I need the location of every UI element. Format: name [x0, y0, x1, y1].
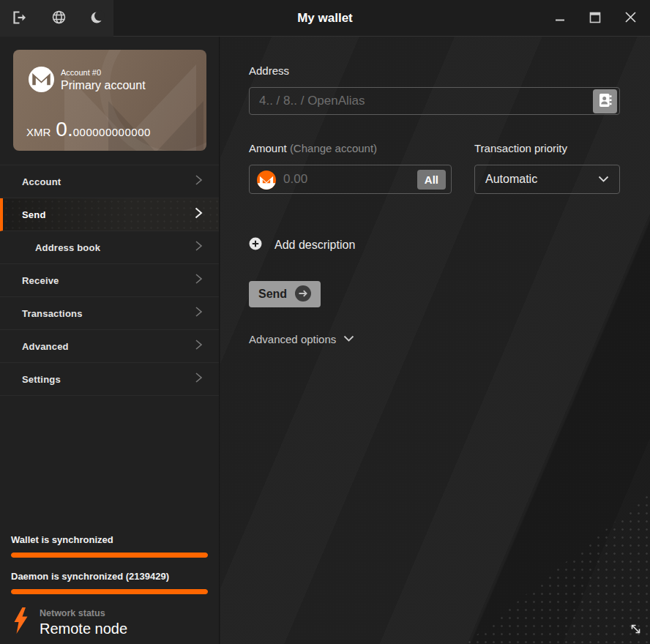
- address-input[interactable]: [250, 88, 619, 114]
- sidebar-item-label: Advanced: [22, 341, 195, 352]
- sidebar-item-label: Transactions: [22, 308, 195, 319]
- wallet-sync-progress-fill: [11, 553, 208, 558]
- monero-logo-icon: [29, 67, 54, 92]
- sidebar-item-account[interactable]: Account: [0, 165, 219, 198]
- address-label: Address: [249, 64, 620, 77]
- account-number: Account #0: [61, 68, 146, 77]
- amount-all-button[interactable]: All: [417, 170, 446, 190]
- chevron-right-icon: [195, 306, 203, 321]
- balance-whole: 0.: [56, 118, 72, 141]
- theme-toggle-button[interactable]: [89, 9, 106, 29]
- maximize-button[interactable]: [583, 6, 608, 31]
- sidebar-item-label: Settings: [22, 374, 195, 385]
- arrow-right-circle-icon: [295, 285, 311, 304]
- logout-button[interactable]: [10, 9, 29, 29]
- minimize-button[interactable]: [548, 6, 572, 31]
- priority-selected-value: Automatic: [485, 173, 537, 186]
- balance: XMR 0. 000000000000: [26, 118, 151, 141]
- daemon-sync-progressbar: [11, 589, 208, 594]
- address-book-button[interactable]: [593, 89, 617, 113]
- amount-group: Amount (Change account) All: [249, 142, 452, 194]
- add-description-label: Add description: [274, 239, 355, 252]
- sidebar-item-address-book[interactable]: Address book: [0, 231, 219, 264]
- network-status-label: Network status: [40, 608, 127, 618]
- sidebar-item-label: Receive: [22, 275, 195, 286]
- chevron-right-icon: [195, 372, 203, 386]
- amount-priority-row: Amount (Change account) All Tra: [249, 142, 620, 194]
- priority-group: Transaction priority Automatic: [474, 142, 620, 194]
- chevron-right-icon: [194, 206, 203, 222]
- close-icon: [624, 11, 637, 26]
- sidebar: Account #0 Primary account XMR 0. 000000…: [0, 37, 220, 644]
- amount-label: Amount: [249, 142, 287, 154]
- network-status-value: Remote node: [40, 621, 127, 637]
- account-info: Account #0 Primary account: [61, 68, 146, 92]
- daemon-sync-status: Daemon is synchronized (2139429): [11, 571, 208, 582]
- chevron-right-icon: [195, 273, 203, 288]
- logout-icon: [12, 10, 28, 27]
- sidebar-item-advanced[interactable]: Advanced: [0, 330, 219, 363]
- chevron-right-icon: [195, 339, 203, 353]
- advanced-options-label: Advanced options: [249, 333, 336, 345]
- sync-status-panel: Wallet is synchronized Daemon is synchro…: [11, 534, 208, 637]
- sidebar-item-label: Send: [22, 209, 194, 220]
- titlebar: My wallet: [0, 0, 650, 37]
- wallet-sync-status: Wallet is synchronized: [11, 534, 208, 545]
- amount-field-container: All: [249, 165, 452, 194]
- send-page: Address: [220, 37, 650, 644]
- sidebar-item-transactions[interactable]: Transactions: [0, 297, 219, 330]
- corner-dots-texture: [466, 493, 650, 644]
- advanced-options-toggle[interactable]: Advanced options: [249, 332, 354, 345]
- wallet-window: My wallet Account: [0, 0, 650, 644]
- sidebar-item-receive[interactable]: Receive: [0, 264, 219, 297]
- minimize-icon: [554, 12, 566, 26]
- priority-label: Transaction priority: [474, 142, 620, 154]
- chevron-down-icon: [343, 332, 354, 345]
- chevron-right-icon: [195, 174, 203, 189]
- send-form: Address: [249, 37, 620, 345]
- address-book-icon: [598, 93, 613, 110]
- chevron-down-icon: [598, 173, 609, 186]
- network-status: Network status Remote node: [11, 607, 208, 637]
- send-button-label: Send: [258, 288, 287, 301]
- chevron-right-icon: [195, 240, 203, 255]
- sidebar-item-label: Address book: [35, 242, 195, 253]
- send-button[interactable]: Send: [249, 281, 321, 307]
- resize-handle[interactable]: [630, 623, 642, 638]
- plus-circle-icon: [249, 237, 262, 253]
- globe-icon: [51, 10, 67, 27]
- window-controls: [548, 0, 643, 37]
- moon-icon: [90, 10, 105, 27]
- resize-diagonal-icon: [630, 625, 642, 637]
- sidebar-item-label: Account: [22, 176, 195, 187]
- network-status-text: Network status Remote node: [40, 607, 127, 637]
- sidebar-item-send[interactable]: Send: [0, 198, 219, 231]
- maximize-icon: [589, 12, 601, 26]
- address-field-container: [249, 87, 620, 115]
- daemon-sync-progress-fill: [11, 589, 208, 594]
- balance-decimals: 000000000000: [73, 126, 151, 138]
- priority-select[interactable]: Automatic: [474, 165, 620, 194]
- change-account-link[interactable]: (Change account): [290, 142, 377, 154]
- close-button[interactable]: [618, 6, 643, 31]
- balance-currency: XMR: [26, 126, 51, 138]
- sidebar-item-settings[interactable]: Settings: [0, 363, 219, 396]
- account-card[interactable]: Account #0 Primary account XMR 0. 000000…: [13, 50, 206, 151]
- sidebar-menu: Account Send Address book Receive Transa…: [0, 165, 219, 396]
- language-button[interactable]: [50, 8, 68, 29]
- add-description-button[interactable]: Add description: [249, 237, 355, 253]
- wallet-sync-progressbar: [11, 553, 208, 558]
- lightning-bolt-icon: [13, 607, 29, 637]
- titlebar-left-actions: [0, 0, 113, 37]
- account-name: Primary account: [61, 79, 146, 92]
- amount-label-row: Amount (Change account): [249, 142, 452, 154]
